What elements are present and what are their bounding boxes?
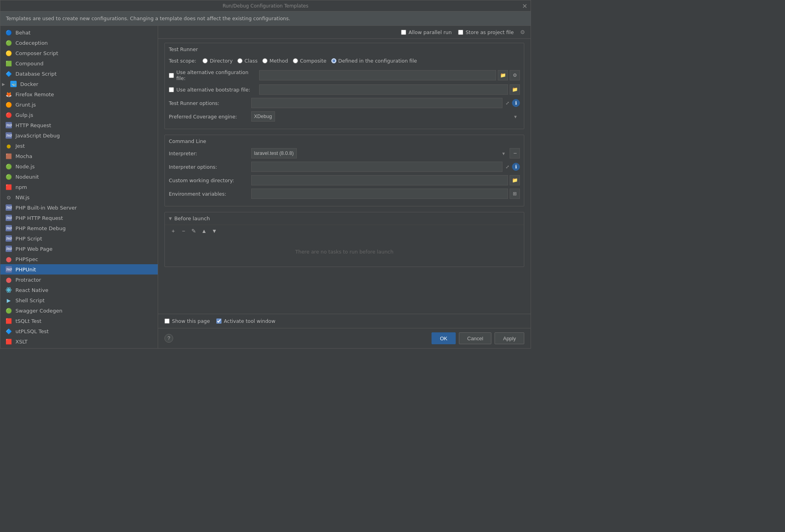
radio-class[interactable] — [237, 58, 243, 63]
gear-icon[interactable]: ⚙ — [520, 29, 525, 35]
before-launch-up-btn[interactable]: ▲ — [200, 227, 208, 235]
list-item-swagger[interactable]: 🟢Swagger Codegen — [0, 305, 158, 316]
activate-window-label[interactable]: Activate tool window — [216, 318, 275, 324]
radio-class-text: Class — [244, 58, 258, 64]
radio-defined-label[interactable]: Defined in the configuration file — [331, 58, 417, 64]
ok-button[interactable]: OK — [432, 332, 456, 344]
radio-composite-text: Composite — [300, 58, 327, 64]
list-item-php-script[interactable]: PHPPHP Script — [0, 233, 158, 244]
env-vars-input[interactable] — [251, 189, 508, 199]
list-item-xslt[interactable]: 🟥XSLT — [0, 336, 158, 347]
list-item-phpspec[interactable]: ⬤PHPSpec — [0, 254, 158, 264]
list-item-arrow: ▶ — [2, 82, 7, 86]
window-close-icon[interactable]: ✕ — [522, 2, 527, 10]
list-item-php-http[interactable]: PHPPHP HTTP Request — [0, 213, 158, 223]
interpreter-options-input[interactable] — [251, 162, 502, 172]
coverage-engine-select[interactable]: XDebug PCOV phpdbg — [251, 111, 275, 122]
phpspec-label: PHPSpec — [15, 256, 153, 262]
php-script-label: PHP Script — [15, 236, 153, 242]
behat-label: Behat — [15, 30, 153, 36]
list-item-react-native[interactable]: React Native — [0, 285, 158, 295]
list-item-nwjs[interactable]: ⊙NW.js — [0, 192, 158, 202]
activate-window-checkbox[interactable] — [216, 318, 222, 324]
nodejs-icon: 🟢 — [5, 163, 12, 170]
list-item-jest[interactable]: ●Jest — [0, 141, 158, 151]
before-launch-header[interactable]: ▼ Before launch — [165, 212, 524, 225]
radio-composite-label[interactable]: Composite — [293, 58, 327, 64]
list-item-gulpjs[interactable]: 🔴Gulp.js — [0, 110, 158, 120]
allow-parallel-run-label[interactable]: Allow parallel run — [401, 29, 452, 35]
list-item-phpunit[interactable]: PHPPHPUnit — [0, 264, 158, 275]
list-item-javascript-debug[interactable]: PHPJavaScript Debug — [0, 130, 158, 141]
alt-bootstrap-input[interactable] — [259, 84, 508, 95]
title-bar: Run/Debug Configuration Templates ✕ — [0, 0, 531, 11]
cancel-button[interactable]: Cancel — [459, 332, 491, 344]
alt-config-checkbox[interactable] — [169, 73, 174, 78]
svg-text:PHP: PHP — [6, 124, 12, 128]
list-item-nodejs[interactable]: 🟢Node.js — [0, 161, 158, 172]
runner-options-input[interactable] — [251, 98, 502, 108]
alt-bootstrap-label[interactable]: Use alternative bootstrap file: — [169, 87, 256, 93]
radio-dir-label[interactable]: Directory — [202, 58, 233, 64]
test-runner-inner: Test scope: DirectoryClassMethodComposit… — [165, 55, 524, 129]
show-page-checkbox[interactable] — [164, 318, 170, 324]
list-item-npm[interactable]: 🟥npm — [0, 182, 158, 192]
apply-button[interactable]: Apply — [495, 332, 524, 344]
list-item-docker[interactable]: ▶🐳Docker — [0, 79, 158, 89]
before-launch-down-btn[interactable]: ▼ — [210, 227, 219, 235]
show-page-label[interactable]: Show this page — [164, 318, 210, 324]
alt-bootstrap-browse-btn[interactable]: 📁 — [510, 84, 520, 95]
interpreter-more-btn[interactable]: ··· — [510, 148, 520, 158]
alt-config-browse-btn[interactable]: 📁 — [498, 70, 508, 80]
list-item-compound[interactable]: 🟩Compound — [0, 58, 158, 69]
runner-options-expand-btn[interactable]: ⤢ — [504, 100, 510, 106]
help-button[interactable]: ? — [164, 334, 173, 343]
radio-class-label[interactable]: Class — [237, 58, 258, 64]
php-web-label: PHP Web Page — [15, 246, 153, 252]
alt-config-settings-btn[interactable]: ⚙ — [510, 70, 520, 80]
list-item-php-remote[interactable]: PHPPHP Remote Debug — [0, 223, 158, 233]
radio-method[interactable] — [262, 58, 267, 63]
before-launch-edit-btn[interactable]: ✎ — [189, 227, 198, 235]
alt-config-input[interactable] — [259, 70, 496, 80]
before-launch-remove-btn[interactable]: − — [179, 227, 188, 235]
gulpjs-icon: 🔴 — [5, 111, 12, 118]
interpreter-options-info-btn[interactable]: ℹ — [512, 163, 520, 171]
list-item-php-builtin[interactable]: PHPPHP Built-in Web Server — [0, 202, 158, 213]
utplsql-icon: 🔷 — [5, 328, 12, 335]
interpreter-options-expand-btn[interactable]: ⤢ — [504, 164, 510, 170]
xslt-icon: 🟥 — [5, 338, 12, 345]
list-item-nodeunit[interactable]: 🟢Nodeunit — [0, 172, 158, 182]
store-as-project-label[interactable]: Store as project file — [458, 29, 514, 35]
list-item-database-script[interactable]: 🔷Database Script — [0, 69, 158, 79]
list-item-http-request[interactable]: PHPHTTP Request — [0, 120, 158, 130]
env-vars-edit-btn[interactable]: ⊞ — [510, 189, 520, 199]
radio-dir[interactable] — [202, 58, 208, 63]
list-item-mocha[interactable]: 🟫Mocha — [0, 151, 158, 161]
custom-dir-browse-btn[interactable]: 📁 — [510, 175, 520, 185]
interpreter-label: Interpreter: — [169, 151, 248, 156]
store-as-project-checkbox[interactable] — [458, 30, 463, 35]
list-item-php-web[interactable]: PHPPHP Web Page — [0, 244, 158, 254]
interpreter-select[interactable]: laravel.test (8.0.8) — [251, 148, 297, 158]
list-item-utplsql[interactable]: 🔷utPLSQL Test — [0, 326, 158, 336]
alt-config-label[interactable]: Use alternative configuration file: — [169, 69, 256, 81]
env-vars-row: Environment variables: ⊞ — [169, 189, 520, 199]
list-item-firefox-remote[interactable]: 🦊Firefox Remote — [0, 89, 158, 99]
list-item-behat[interactable]: 🔵Behat — [0, 27, 158, 38]
list-item-shell-script[interactable]: ▶Shell Script — [0, 295, 158, 305]
alt-bootstrap-checkbox[interactable] — [169, 87, 174, 92]
radio-composite[interactable] — [293, 58, 298, 63]
radio-method-label[interactable]: Method — [262, 58, 288, 64]
list-item-protractor[interactable]: ⬤Protractor — [0, 275, 158, 285]
custom-dir-input[interactable] — [251, 175, 508, 185]
test-scope-label: Test scope: — [169, 58, 196, 64]
before-launch-add-btn[interactable]: + — [169, 227, 178, 235]
allow-parallel-run-checkbox[interactable] — [401, 30, 406, 35]
radio-defined[interactable] — [331, 58, 336, 63]
list-item-gruntjs[interactable]: 🟠Grunt.js — [0, 99, 158, 110]
list-item-tsqlt[interactable]: 🟥tSQLt Test — [0, 316, 158, 326]
runner-options-info-btn[interactable]: ℹ — [512, 99, 520, 107]
list-item-codeception[interactable]: 🟢Codeception — [0, 38, 158, 48]
list-item-composer-script[interactable]: 🟡Composer Script — [0, 48, 158, 58]
